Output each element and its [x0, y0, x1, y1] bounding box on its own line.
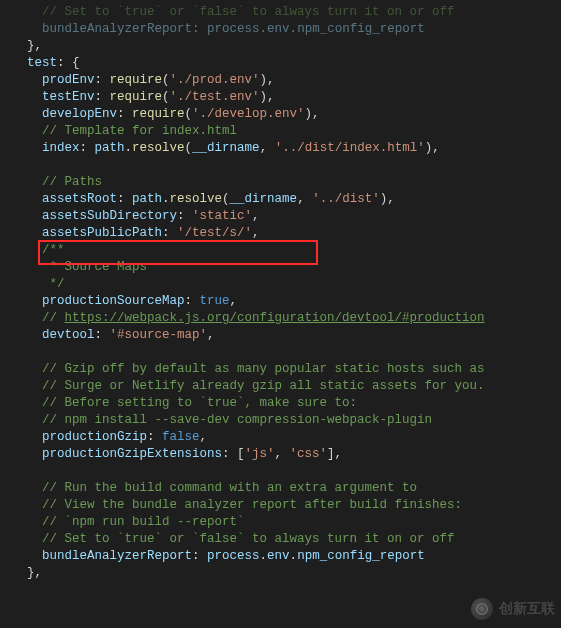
code-line: testEnv: require('./test.env'), [12, 90, 275, 104]
code-token: // [42, 311, 65, 325]
code-token: 'static' [192, 209, 252, 223]
code-token: // View the bundle analyzer report after… [42, 498, 462, 512]
code-token: './develop.env' [192, 107, 305, 121]
code-line: * Source Maps [12, 260, 147, 274]
code-token: : [117, 107, 132, 121]
code-token: ( [162, 73, 170, 87]
code-line: bundleAnalyzerReport: process.env.npm_co… [12, 549, 425, 563]
code-line: // Template for index.html [12, 124, 237, 138]
code-token: npm_config_report [297, 22, 425, 36]
code-token: './prod.env' [170, 73, 260, 87]
code-line: index: path.resolve(__dirname, '../dist/… [12, 141, 440, 155]
code-token: bundleAnalyzerReport [42, 22, 192, 36]
code-token: : [80, 141, 95, 155]
code-token: process [207, 549, 260, 563]
code-line: bundleAnalyzerReport: process.env.npm_co… [12, 22, 425, 36]
code-token: productionGzipExtensions [42, 447, 222, 461]
code-token: assetsPublicPath [42, 226, 162, 240]
code-token: , [260, 141, 275, 155]
code-token: bundleAnalyzerReport [42, 549, 192, 563]
code-token: path [95, 141, 125, 155]
code-token: // Set to `true` or `false` to always tu… [42, 5, 455, 19]
code-token: 'css' [290, 447, 328, 461]
code-token: // Surge or Netlify already gzip all sta… [42, 379, 485, 393]
code-token: index [42, 141, 80, 155]
code-line: */ [12, 277, 65, 291]
code-line: // Paths [12, 175, 102, 189]
code-token: path [132, 192, 162, 206]
code-line: prodEnv: require('./prod.env'), [12, 73, 275, 87]
code-token: true [200, 294, 230, 308]
watermark: 创新互联 [471, 598, 555, 620]
code-token: , [230, 294, 238, 308]
code-token: test [27, 56, 57, 70]
code-token: . [162, 192, 170, 206]
code-token: '../dist/index.html' [275, 141, 425, 155]
code-token: // `npm run build --report` [42, 515, 245, 529]
code-token: '../dist' [312, 192, 380, 206]
code-token: , [207, 328, 215, 342]
code-token: : { [57, 56, 80, 70]
code-token: . [290, 549, 298, 563]
code-token: ), [305, 107, 320, 121]
code-token: }, [27, 39, 42, 53]
code-token: , [297, 192, 312, 206]
code-token: : [95, 328, 110, 342]
code-token: , [200, 430, 208, 444]
code-token: : [192, 549, 207, 563]
code-line: }, [12, 566, 42, 580]
code-token: ( [162, 90, 170, 104]
code-token: /** [42, 243, 65, 257]
code-line: developEnv: require('./develop.env'), [12, 107, 320, 121]
code-token: '#source-map' [110, 328, 208, 342]
code-token: '/test/s/' [177, 226, 252, 240]
code-line: assetsRoot: path.resolve(__dirname, '../… [12, 192, 395, 206]
code-line: // Run the build command with an extra a… [12, 481, 417, 495]
code-token: , [252, 209, 260, 223]
code-token: . [290, 22, 298, 36]
code-line: // Gzip off by default as many popular s… [12, 362, 485, 376]
code-token: : [ [222, 447, 245, 461]
code-token: resolve [132, 141, 185, 155]
code-token: // Template for index.html [42, 124, 237, 138]
code-token: require [110, 90, 163, 104]
code-token: testEnv [42, 90, 95, 104]
code-token: . [125, 141, 133, 155]
code-token: // npm install --save-dev compression-we… [42, 413, 432, 427]
code-token: assetsRoot [42, 192, 117, 206]
code-editor[interactable]: // Set to `true` or `false` to always tu… [0, 0, 561, 582]
code-token: assetsSubDirectory [42, 209, 177, 223]
code-token: * Source Maps [42, 260, 147, 274]
code-line: productionGzipExtensions: ['js', 'css'], [12, 447, 342, 461]
code-token: productionGzip [42, 430, 147, 444]
code-token: // Before setting to `true`, make sure t… [42, 396, 357, 410]
code-token: . [260, 549, 268, 563]
code-line: // npm install --save-dev compression-we… [12, 413, 432, 427]
code-token: ), [260, 90, 275, 104]
code-line: // https://webpack.js.org/configuration/… [12, 311, 485, 325]
code-token: env [267, 22, 290, 36]
code-line: devtool: '#source-map', [12, 328, 215, 342]
code-token: ), [425, 141, 440, 155]
code-token: // Paths [42, 175, 102, 189]
code-token: https://webpack.js.org/configuration/dev… [65, 311, 485, 325]
code-line: }, [12, 39, 42, 53]
code-token: require [132, 107, 185, 121]
code-line: // Surge or Netlify already gzip all sta… [12, 379, 485, 393]
code-line: // View the bundle analyzer report after… [12, 498, 462, 512]
code-line: // Set to `true` or `false` to always tu… [12, 5, 455, 19]
code-token: : [177, 209, 192, 223]
code-token: __dirname [230, 192, 298, 206]
code-line: test: { [12, 56, 80, 70]
code-token: ( [222, 192, 230, 206]
watermark-text: 创新互联 [499, 600, 555, 618]
code-token: ( [185, 141, 193, 155]
code-token: : [95, 73, 110, 87]
code-token: ( [185, 107, 193, 121]
code-token: : [185, 294, 200, 308]
code-token: // Run the build command with an extra a… [42, 481, 417, 495]
code-token: , [252, 226, 260, 240]
code-token: // Set to `true` or `false` to always tu… [42, 532, 455, 546]
code-token: : [162, 226, 177, 240]
code-token: : [95, 90, 110, 104]
